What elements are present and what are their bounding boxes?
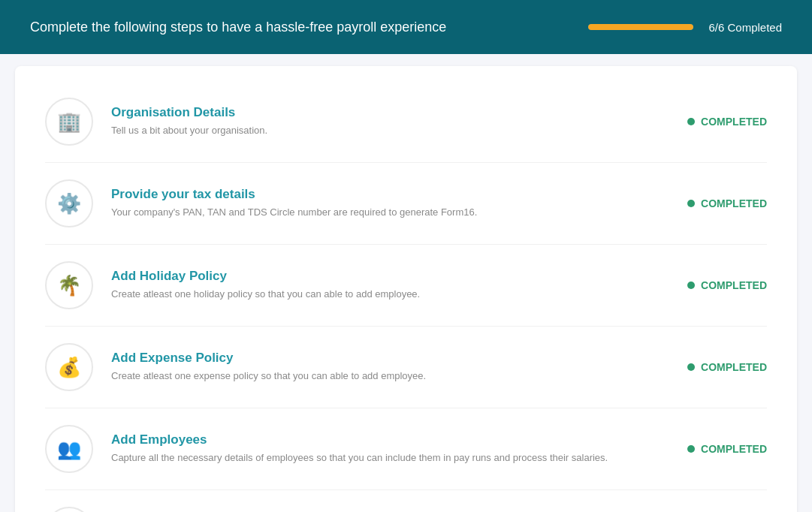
step-desc-holiday-policy: Create atleast one holiday policy so tha…: [111, 288, 672, 301]
status-dot-expense-policy: [687, 363, 695, 371]
status-label-organisation-details: COMPLETED: [701, 116, 767, 128]
header-right: 6/6 Completed: [588, 21, 782, 34]
step-icon-holiday-policy: 🌴: [57, 274, 81, 297]
step-icon-add-employees: 👥: [57, 438, 81, 461]
step-title-add-employees: Add Employees: [111, 432, 672, 447]
step-status-tax-details: COMPLETED: [687, 197, 767, 209]
step-icon-wrap-tax-details: ⚙️: [45, 179, 93, 227]
step-icon-wrap-organisation-details: 🏢: [45, 98, 93, 146]
step-desc-expense-policy: Create atleast one expense policy so tha…: [111, 369, 672, 383]
step-status-expense-policy: COMPLETED: [687, 361, 767, 373]
step-item-add-employees[interactable]: 👥 Add Employees Capture all the necessar…: [45, 408, 767, 490]
step-desc-organisation-details: Tell us a bit about your organisation.: [111, 124, 672, 137]
header-title: Complete the following steps to have a h…: [30, 20, 446, 35]
status-dot-organisation-details: [687, 118, 695, 125]
status-label-holiday-policy: COMPLETED: [701, 279, 767, 291]
progress-bar-fill: [588, 24, 693, 30]
step-icon-wrap-add-batch: 📦: [45, 507, 93, 512]
step-desc-add-employees: Capture all the necessary details of emp…: [111, 451, 672, 465]
step-icon-wrap-holiday-policy: 🌴: [45, 261, 93, 309]
step-icon-organisation-details: 🏢: [57, 110, 81, 134]
status-dot-tax-details: [687, 200, 695, 207]
step-icon-wrap-add-employees: 👥: [45, 425, 93, 473]
progress-text: 6/6 Completed: [708, 21, 782, 34]
step-item-expense-policy[interactable]: 💰 Add Expense Policy Create atleast one …: [45, 327, 767, 408]
step-desc-tax-details: Your company's PAN, TAN and TDS Circle n…: [111, 206, 672, 219]
step-title-holiday-policy: Add Holiday Policy: [111, 269, 672, 284]
step-title-organisation-details: Organisation Details: [111, 105, 672, 120]
step-info-add-employees: Add Employees Capture all the necessary …: [111, 432, 672, 465]
step-status-holiday-policy: COMPLETED: [687, 279, 767, 291]
step-item-tax-details[interactable]: ⚙️ Provide your tax details Your company…: [45, 163, 767, 245]
status-dot-holiday-policy: [687, 282, 695, 289]
step-icon-wrap-expense-policy: 💰: [45, 343, 93, 391]
step-title-tax-details: Provide your tax details: [111, 187, 672, 202]
step-status-organisation-details: COMPLETED: [687, 116, 767, 128]
step-info-tax-details: Provide your tax details Your company's …: [111, 187, 672, 219]
steps-container: 🏢 Organisation Details Tell us a bit abo…: [15, 66, 797, 512]
step-item-holiday-policy[interactable]: 🌴 Add Holiday Policy Create atleast one …: [45, 245, 767, 327]
step-icon-tax-details: ⚙️: [57, 192, 81, 215]
status-label-expense-policy: COMPLETED: [701, 361, 767, 373]
status-label-add-employees: COMPLETED: [701, 443, 767, 455]
step-icon-expense-policy: 💰: [57, 356, 81, 379]
status-dot-add-employees: [687, 445, 695, 453]
step-status-add-employees: COMPLETED: [687, 443, 767, 455]
step-title-expense-policy: Add Expense Policy: [111, 351, 672, 366]
step-item-add-batch[interactable]: 📦 Add Batch Create atleast one batch so …: [45, 490, 767, 512]
header: Complete the following steps to have a h…: [0, 0, 812, 54]
step-info-organisation-details: Organisation Details Tell us a bit about…: [111, 105, 672, 137]
status-label-tax-details: COMPLETED: [701, 197, 767, 209]
step-info-holiday-policy: Add Holiday Policy Create atleast one ho…: [111, 269, 672, 301]
step-item-organisation-details[interactable]: 🏢 Organisation Details Tell us a bit abo…: [45, 81, 767, 163]
progress-bar-container: [588, 24, 693, 30]
step-info-expense-policy: Add Expense Policy Create atleast one ex…: [111, 351, 672, 383]
